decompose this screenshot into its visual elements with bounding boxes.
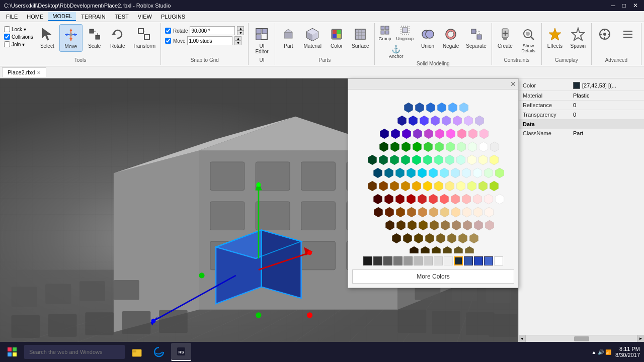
swatch-gray1[interactable] — [383, 256, 392, 265]
taskbar-roblox-studio[interactable]: RS — [171, 343, 191, 353]
place2-tab[interactable]: Place2.rbxl ✕ — [2, 67, 46, 77]
svg-marker-180[interactable] — [478, 155, 487, 165]
svg-marker-227[interactable] — [473, 207, 482, 217]
svg-marker-215[interactable] — [473, 194, 481, 204]
svg-marker-153[interactable] — [424, 129, 433, 139]
move-snap-checkbox[interactable] — [165, 38, 171, 44]
svg-marker-165[interactable] — [446, 142, 454, 152]
negate-button[interactable]: Negate — [440, 24, 462, 51]
svg-marker-152[interactable] — [413, 129, 422, 139]
svg-marker-192[interactable] — [484, 168, 493, 178]
color-button[interactable]: Color — [326, 24, 348, 51]
svg-marker-217[interactable] — [495, 194, 504, 204]
svg-marker-191[interactable] — [473, 168, 481, 178]
svg-marker-193[interactable] — [495, 168, 504, 178]
swatch-black[interactable] — [363, 256, 372, 265]
svg-marker-248[interactable] — [421, 246, 429, 253]
rotate-snap-checkbox[interactable] — [165, 28, 171, 34]
svg-marker-225[interactable] — [451, 207, 460, 217]
swatch-gray7[interactable] — [444, 256, 453, 265]
svg-marker-168[interactable] — [479, 142, 488, 152]
swatch-gray2[interactable] — [393, 256, 403, 265]
adv1-button[interactable] — [594, 24, 616, 45]
svg-marker-187[interactable] — [429, 168, 437, 178]
svg-marker-199[interactable] — [423, 181, 432, 191]
svg-marker-230[interactable] — [396, 220, 405, 230]
svg-marker-249[interactable] — [432, 246, 440, 253]
svg-marker-238[interactable] — [485, 220, 494, 230]
close-button[interactable]: ✕ — [631, 2, 640, 9]
spawn-button[interactable]: Spawn — [567, 24, 589, 51]
svg-marker-208[interactable] — [395, 194, 404, 204]
svg-marker-229[interactable] — [385, 220, 394, 230]
svg-marker-226[interactable] — [462, 207, 471, 217]
show-details-button[interactable]: ShowDetails — [517, 24, 539, 55]
svg-marker-176[interactable] — [434, 155, 443, 165]
svg-marker-178[interactable] — [456, 155, 465, 165]
svg-marker-214[interactable] — [462, 194, 470, 204]
svg-marker-194[interactable] — [368, 181, 376, 191]
svg-marker-151[interactable] — [402, 129, 411, 139]
scroll-right[interactable]: ► — [637, 335, 644, 342]
menu-test[interactable]: TEST — [111, 13, 133, 21]
menu-plugins[interactable]: PLUGINS — [157, 13, 189, 21]
rotate-button[interactable]: Rotate — [107, 24, 129, 51]
anchor-button[interactable]: ⚓ Anchor — [387, 43, 406, 60]
swatch-gray5[interactable] — [424, 256, 433, 265]
scale-button[interactable]: Scale — [84, 24, 106, 51]
menu-view[interactable]: VIEW — [134, 13, 156, 21]
svg-marker-135[interactable] — [404, 103, 413, 113]
svg-marker-184[interactable] — [395, 168, 404, 178]
svg-marker-157[interactable] — [468, 129, 477, 139]
svg-marker-136[interactable] — [415, 103, 424, 113]
svg-marker-228[interactable] — [485, 207, 493, 217]
svg-marker-171[interactable] — [379, 155, 387, 165]
separate-button[interactable]: Separate — [463, 24, 490, 51]
move-down[interactable]: ▼ — [234, 41, 242, 45]
svg-marker-169[interactable] — [490, 142, 499, 152]
svg-marker-150[interactable] — [391, 129, 399, 139]
rotate-down[interactable]: ▼ — [237, 31, 244, 35]
svg-marker-245[interactable] — [458, 233, 467, 243]
svg-marker-246[interactable] — [469, 233, 478, 243]
create-button[interactable]: Create — [494, 24, 516, 51]
effects-button[interactable]: Effects — [544, 24, 566, 51]
tab-close-button[interactable]: ✕ — [37, 70, 41, 75]
union-button[interactable]: Union — [417, 24, 439, 51]
rotate-snap-input[interactable] — [190, 26, 235, 35]
move-snap-spinner[interactable]: ▲ ▼ — [234, 36, 242, 45]
svg-marker-239[interactable] — [392, 233, 400, 243]
svg-marker-173[interactable] — [401, 155, 410, 165]
svg-marker-207[interactable] — [384, 194, 393, 204]
svg-marker-231[interactable] — [408, 220, 416, 230]
svg-marker-224[interactable] — [440, 207, 449, 217]
svg-marker-182[interactable] — [373, 168, 382, 178]
collisions-checkbox[interactable] — [4, 34, 10, 40]
h-scrollbar[interactable]: ◄ ► — [519, 335, 644, 342]
more-colors-button[interactable]: More Colors — [352, 269, 514, 284]
svg-marker-139[interactable] — [448, 103, 457, 113]
svg-marker-240[interactable] — [403, 233, 412, 243]
svg-marker-195[interactable] — [379, 181, 387, 191]
start-button[interactable] — [2, 343, 22, 353]
move-snap-input[interactable] — [187, 36, 232, 45]
taskbar-edge[interactable] — [149, 343, 169, 353]
svg-marker-158[interactable] — [479, 129, 488, 139]
svg-marker-209[interactable] — [407, 194, 415, 204]
window-controls[interactable]: ─ □ ✕ — [609, 2, 640, 9]
transform-button[interactable]: Transform — [130, 24, 158, 51]
swatch-blue3[interactable] — [484, 256, 493, 265]
svg-marker-188[interactable] — [440, 168, 448, 178]
svg-marker-218[interactable] — [374, 207, 382, 217]
svg-marker-223[interactable] — [429, 207, 438, 217]
svg-marker-244[interactable] — [447, 233, 456, 243]
svg-marker-145[interactable] — [442, 116, 450, 126]
svg-marker-161[interactable] — [401, 142, 410, 152]
svg-marker-250[interactable] — [443, 246, 451, 253]
svg-marker-177[interactable] — [445, 155, 454, 165]
svg-marker-220[interactable] — [396, 207, 405, 217]
svg-marker-197[interactable] — [401, 181, 410, 191]
rotate-up[interactable]: ▲ — [237, 26, 244, 31]
svg-marker-252[interactable] — [465, 246, 473, 253]
svg-marker-211[interactable] — [429, 194, 437, 204]
